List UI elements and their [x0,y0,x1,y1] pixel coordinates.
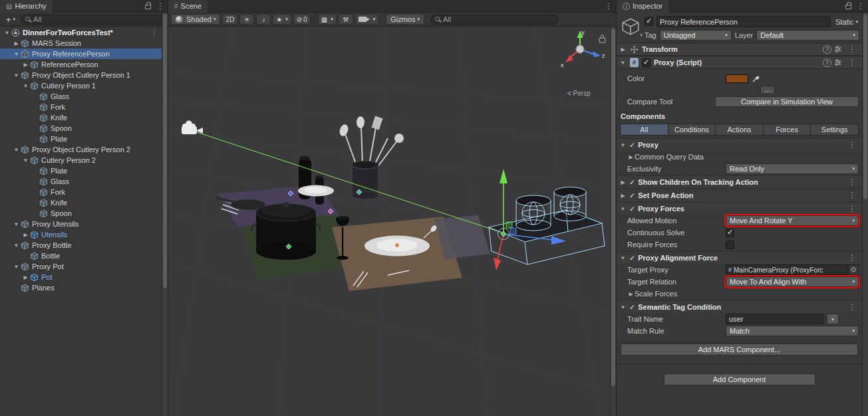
object-picker-icon[interactable]: ⊙ [848,265,858,274]
lock-icon[interactable] [845,5,851,9]
enabled-checkmark[interactable]: ✓ [629,205,635,213]
enabled-checkmark[interactable]: ✓ [629,254,635,262]
hierarchy-item-utensils[interactable]: ▶Utensils [0,229,162,240]
exclusivity-dropdown[interactable]: Read Only▾ [726,163,859,174]
hierarchy-item-glass[interactable]: Glass [0,91,162,102]
hierarchy-item-dinnerfortwoforcestest[interactable]: ▼DinnerForTwoForcesTest*⋮ [0,27,162,38]
foldout-common-query-data[interactable]: ▶Common Query Data [617,151,862,163]
scene-scrollbar[interactable] [610,27,616,416]
hierarchy-item-proxy-object-cutlery-person-2[interactable]: ▼Proxy Object Cutlery Person 2 [0,144,162,155]
tab-scene[interactable]: # Scene [168,0,208,13]
hierarchy-item-fork[interactable]: Fork [0,102,162,112]
allowed-motion-dropdown[interactable]: Move And Rotate Y▾ [726,215,859,226]
hierarchy-item-proxy-utensils[interactable]: ▼Proxy Utensils [0,219,162,229]
scene-search-field[interactable]: All [430,15,558,25]
components-tab-forces[interactable]: Forces [764,124,811,136]
fold-arrow[interactable]: ▶ [21,62,30,68]
presets-icon[interactable] [834,59,842,66]
scene-menu-icon[interactable]: ⋮ [150,29,162,37]
enabled-checkmark[interactable]: ✓ [629,141,635,150]
match-rule-dropdown[interactable]: Match▾ [726,326,859,336]
fold-arrow[interactable]: ▶ [619,179,627,185]
fold-arrow[interactable]: ▶ [619,193,627,199]
menu-icon[interactable]: ⋮ [853,1,868,11]
camera-dropdown[interactable]: ▾ [355,14,379,25]
shading-mode-dropdown[interactable]: Shaded ▾ [171,14,220,25]
tab-hierarchy[interactable]: ▤ Hierarchy [0,0,53,13]
fold-arrow[interactable]: ▼ [619,142,627,148]
hierarchy-item-proxy-bottle[interactable]: ▼Proxy Bottle [0,240,162,251]
gameobject-name-field[interactable] [656,16,831,27]
gizmo-plane-handle[interactable] [510,228,516,234]
menu-icon[interactable]: ⋮ [845,177,859,187]
lock-icon[interactable] [145,5,151,9]
fold-arrow[interactable]: ▼ [21,83,30,89]
menu-icon[interactable]: ⋮ [845,58,859,67]
scene-viewport[interactable]: y x z < Persp [168,27,616,416]
menu-icon[interactable]: ⋮ [845,140,859,150]
hierarchy-item-spoon[interactable]: Spoon [0,208,162,219]
section-header-proxy-alignment-force[interactable]: ▼✓Proxy Alignment Force⋮ [617,251,862,264]
eyedropper-icon[interactable] [752,74,760,83]
grid-dropdown[interactable]: ▦▾ [318,14,337,25]
fold-arrow[interactable]: ▶ [627,291,635,297]
hierarchy-item-glass[interactable]: Glass [0,176,162,187]
target-relation-dropdown[interactable]: Move To And Align With▾ [726,276,859,287]
hierarchy-item-proxy-pot[interactable]: ▼Proxy Pot [0,261,162,272]
hierarchy-item-plate[interactable]: Plate [0,134,162,144]
fold-arrow[interactable]: ▶ [21,232,30,238]
hierarchy-item-referenceperson[interactable]: ▶ReferencePerson [0,59,162,70]
fold-arrow[interactable]: ▼ [619,304,627,310]
menu-icon[interactable]: ⋮ [845,253,859,262]
fold-arrow[interactable]: ▼ [619,206,627,212]
hierarchy-item-pot[interactable]: ▶Pot [0,272,162,282]
trait-name-dropdown-button[interactable]: ▾ [827,314,839,324]
hierarchy-item-knife[interactable]: Knife [0,112,162,123]
components-tab-all[interactable]: All [620,124,668,136]
gizmo-plane-handle[interactable] [506,222,512,228]
more-button[interactable]: ... [760,86,775,94]
active-checkbox[interactable] [645,17,653,26]
inspector-scrollbar[interactable] [862,13,868,416]
menu-icon[interactable]: ⋮ [153,1,168,11]
projection-label[interactable]: < Persp [567,90,591,97]
hierarchy-item-cutlery-person-1[interactable]: ▼Cutlery Person 1 [0,80,162,91]
fold-arrow[interactable]: ▼ [12,243,21,249]
compare-in-simulation-view-button[interactable]: Compare in Simulation View [715,96,859,107]
menu-icon[interactable]: ⋮ [845,191,859,200]
section-header-set-pose-action[interactable]: ▶✓Set Pose Action⋮ [617,189,862,201]
hierarchy-item-cutlery-person-2[interactable]: ▼Cutlery Person 2 [0,155,162,165]
require-forces-checkbox[interactable] [726,241,734,249]
section-header-show-children-on-tracking-action[interactable]: ▶✓Show Children On Tracking Action⋮ [617,175,862,188]
fold-arrow[interactable]: ▼ [3,30,11,36]
static-dropdown[interactable]: Static▾ [834,18,859,26]
transform-component-header[interactable]: ▶ Transform ? ⋮ [617,43,862,56]
components-tab-conditions[interactable]: Conditions [668,124,716,136]
fold-arrow[interactable]: ▼ [12,51,21,57]
fold-arrow[interactable]: ▼ [12,264,21,270]
layer-dropdown[interactable]: Default▾ [756,30,859,41]
hierarchy-item-mars-session[interactable]: ▶MARS Session [0,38,162,49]
add-mars-component-button[interactable]: Add MARS Component... [621,344,858,356]
2d-toggle[interactable]: 2D [222,14,237,25]
hierarchy-item-fork[interactable]: Fork [0,187,162,197]
help-icon[interactable]: ? [823,45,831,54]
fold-arrow[interactable]: ▶ [21,274,30,280]
hierarchy-item-knife[interactable]: Knife [0,197,162,208]
hierarchy-item-proxy-referenceperson[interactable]: ▼Proxy ReferencePerson [0,49,162,59]
help-icon[interactable]: ? [823,58,831,67]
section-header-semantic-tag-condition[interactable]: ▼✓Semantic Tag Condition⋮ [617,300,862,313]
menu-icon[interactable]: ⋮ [845,302,859,312]
lighting-toggle[interactable]: ☀ [239,14,254,25]
fold-arrow[interactable]: ▼ [12,147,21,153]
menu-icon[interactable]: ⋮ [845,45,859,54]
enabled-checkmark[interactable]: ✓ [629,178,635,187]
continuous-solve-checkbox[interactable] [726,229,734,237]
color-swatch[interactable] [726,74,748,83]
add-component-button[interactable]: Add Component [664,373,815,385]
hierarchy-search-field[interactable]: All [21,15,165,25]
hierarchy-item-spoon[interactable]: Spoon [0,123,162,134]
presets-icon[interactable] [834,46,842,52]
hidden-objects-toggle[interactable]: ⊘0 [293,14,311,25]
menu-icon[interactable]: ⋮ [845,204,859,213]
